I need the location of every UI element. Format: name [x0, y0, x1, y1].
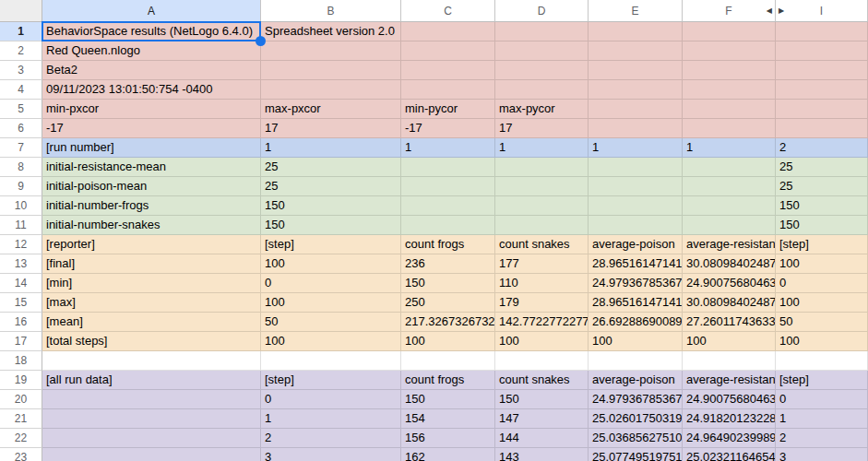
cell-B4[interactable] [261, 80, 401, 100]
cell-F7[interactable]: 1 [683, 138, 776, 158]
cell-B11[interactable]: 150 [261, 216, 401, 235]
cell-C6[interactable]: -17 [401, 119, 495, 138]
cell-D11[interactable] [495, 216, 589, 235]
cell-I13[interactable]: 100 [776, 254, 868, 274]
cell-E9[interactable] [589, 177, 683, 196]
row-header-14[interactable]: 14 [0, 274, 42, 293]
cell-F19[interactable]: average-resistance [683, 371, 776, 390]
cell-E21[interactable]: 25.02601750319 [589, 409, 683, 429]
cell-D16[interactable]: 142.7722772277 [495, 313, 589, 332]
cell-D5[interactable]: max-pycor [495, 100, 589, 119]
row-header-1[interactable]: 1 [0, 22, 42, 41]
cell-C7[interactable]: 1 [401, 138, 495, 158]
cell-E11[interactable] [589, 216, 683, 235]
column-header-C[interactable]: C [401, 0, 495, 22]
column-header-D[interactable]: D [495, 0, 589, 22]
cell-B8[interactable]: 25 [261, 158, 401, 177]
cell-I2[interactable] [776, 41, 868, 61]
cell-D8[interactable] [495, 158, 589, 177]
cell-I3[interactable] [776, 61, 868, 80]
cell-I19[interactable]: [step] [776, 371, 868, 390]
cell-D7[interactable]: 1 [495, 138, 589, 158]
cell-B6[interactable]: 17 [261, 119, 401, 138]
cell-E10[interactable] [589, 196, 683, 216]
row-header-16[interactable]: 16 [0, 313, 42, 332]
cell-C15[interactable]: 250 [401, 293, 495, 313]
cell-E8[interactable] [589, 158, 683, 177]
cell-E7[interactable]: 1 [589, 138, 683, 158]
cell-F16[interactable]: 27.26011743633 [683, 313, 776, 332]
cell-A18[interactable] [42, 351, 261, 371]
cell-I11[interactable]: 150 [776, 216, 868, 235]
cell-B3[interactable] [261, 61, 401, 80]
cell-F14[interactable]: 24.90075680463 [683, 274, 776, 293]
row-header-3[interactable]: 3 [0, 61, 42, 80]
cell-D4[interactable] [495, 80, 589, 100]
cell-C8[interactable] [401, 158, 495, 177]
column-header-F[interactable]: F◀ [683, 0, 776, 22]
cell-I23[interactable]: 3 [776, 448, 868, 461]
cell-I22[interactable]: 2 [776, 429, 868, 448]
cell-C16[interactable]: 217.3267326732 [401, 313, 495, 332]
cell-F1[interactable] [683, 22, 776, 41]
cell-I9[interactable]: 25 [776, 177, 868, 196]
cell-C18[interactable] [401, 351, 495, 371]
cell-C2[interactable] [401, 41, 495, 61]
cell-E22[interactable]: 25.03685627510 [589, 429, 683, 448]
cell-I20[interactable]: 0 [776, 390, 868, 409]
cell-A17[interactable]: [total steps] [42, 332, 261, 351]
cell-A14[interactable]: [min] [42, 274, 261, 293]
cell-C3[interactable] [401, 61, 495, 80]
cell-I1[interactable] [776, 22, 868, 41]
cell-I4[interactable] [776, 80, 868, 100]
column-header-B[interactable]: B [261, 0, 401, 22]
cell-D17[interactable]: 100 [495, 332, 589, 351]
cell-A12[interactable]: [reporter] [42, 235, 261, 254]
cell-E15[interactable]: 28.96516147141 [589, 293, 683, 313]
column-header-E[interactable]: E [589, 0, 683, 22]
cell-C9[interactable] [401, 177, 495, 196]
cell-I17[interactable]: 100 [776, 332, 868, 351]
cell-I18[interactable] [776, 351, 868, 371]
cell-B9[interactable]: 25 [261, 177, 401, 196]
cell-A15[interactable]: [max] [42, 293, 261, 313]
cell-D14[interactable]: 110 [495, 274, 589, 293]
cell-A9[interactable]: initial-poison-mean [42, 177, 261, 196]
cell-D13[interactable]: 177 [495, 254, 589, 274]
cell-C20[interactable]: 150 [401, 390, 495, 409]
cell-F13[interactable]: 30.08098402487 [683, 254, 776, 274]
cell-I15[interactable]: 100 [776, 293, 868, 313]
cell-C10[interactable] [401, 196, 495, 216]
cell-C11[interactable] [401, 216, 495, 235]
row-header-20[interactable]: 20 [0, 390, 42, 409]
cell-D12[interactable]: count snakes [495, 235, 589, 254]
cell-F5[interactable] [683, 100, 776, 119]
cell-D3[interactable] [495, 61, 589, 80]
cell-I8[interactable]: 25 [776, 158, 868, 177]
cell-E14[interactable]: 24.97936785367 [589, 274, 683, 293]
cell-B2[interactable] [261, 41, 401, 61]
cell-F10[interactable] [683, 196, 776, 216]
cell-F11[interactable] [683, 216, 776, 235]
cell-A1[interactable]: BehaviorSpace results (NetLogo 6.4.0) [42, 22, 261, 41]
cell-C19[interactable]: count frogs [401, 371, 495, 390]
row-header-15[interactable]: 15 [0, 293, 42, 313]
cell-B5[interactable]: max-pxcor [261, 100, 401, 119]
row-header-10[interactable]: 10 [0, 196, 42, 216]
cell-F21[interactable]: 24.91820123228 [683, 409, 776, 429]
cell-A20[interactable] [42, 390, 261, 409]
row-header-13[interactable]: 13 [0, 254, 42, 274]
cell-E18[interactable] [589, 351, 683, 371]
unhide-columns-right-icon[interactable]: ▶ [779, 0, 784, 21]
row-header-9[interactable]: 9 [0, 177, 42, 196]
cell-E12[interactable]: average-poison [589, 235, 683, 254]
cell-C12[interactable]: count frogs [401, 235, 495, 254]
cell-B7[interactable]: 1 [261, 138, 401, 158]
cell-B1[interactable]: Spreadsheet version 2.0 [261, 22, 401, 41]
cell-F12[interactable]: average-resistance [683, 235, 776, 254]
row-header-5[interactable]: 5 [0, 100, 42, 119]
cell-C5[interactable]: min-pycor [401, 100, 495, 119]
cell-E17[interactable]: 100 [589, 332, 683, 351]
cell-I16[interactable]: 50 [776, 313, 868, 332]
cell-F8[interactable] [683, 158, 776, 177]
